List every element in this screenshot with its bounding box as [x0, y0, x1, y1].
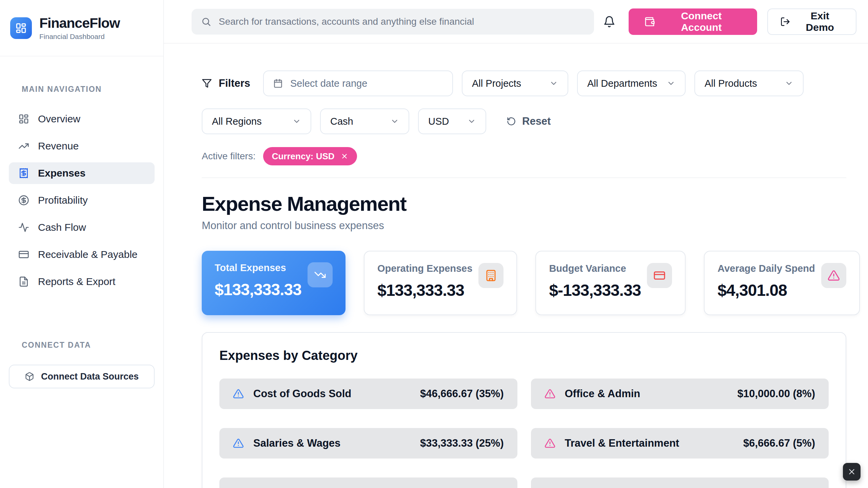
stat-card-budget-variance: Budget Variance $-133,333.33 — [535, 251, 686, 315]
category-row-salaries-wages: Salaries & Wages $33,333.33 (25%) — [219, 428, 517, 459]
page-title: Expense Management — [202, 192, 846, 216]
active-filters-label: Active filters: — [202, 151, 256, 162]
category-grid: Cost of Goods Sold $46,666.67 (35%) Offi… — [219, 379, 829, 488]
payment-method-dropdown[interactable]: Cash — [320, 108, 409, 134]
filters-row-1: Filters All Projects All Departments All… — [202, 70, 846, 96]
layout-dashboard-icon — [18, 114, 29, 124]
sidebar-item-reports-export[interactable]: Reports & Export — [9, 271, 155, 292]
filters-row-2: All Regions Cash USD Reset — [202, 108, 846, 134]
bell-icon — [603, 16, 615, 28]
page-subtitle: Monitor and control business expenses — [202, 220, 846, 232]
connect-data-sources-button[interactable]: Connect Data Sources — [9, 365, 155, 388]
sidebar: FinanceFlow Financial Dashboard MAIN NAV… — [0, 0, 164, 488]
sidebar-item-cash-flow[interactable]: Cash Flow — [9, 217, 155, 238]
chevron-down-icon — [549, 79, 558, 88]
connect-account-button[interactable]: Connect Account — [629, 8, 757, 35]
chevron-down-icon — [667, 79, 675, 88]
credit-card-icon — [18, 249, 29, 260]
rotate-ccw-icon — [507, 117, 516, 126]
stat-card-operating-expenses: Operating Expenses $133,333.33 — [364, 251, 517, 315]
credit-card-icon — [647, 263, 672, 288]
wallet-icon — [644, 16, 655, 27]
app-tagline: Financial Dashboard — [39, 33, 120, 41]
chevron-down-icon — [467, 117, 476, 126]
stats-row: Total Expenses $133,333.33 Operating Exp… — [202, 251, 846, 315]
alert-triangle-icon — [821, 263, 846, 288]
app-title: FinanceFlow — [39, 15, 120, 31]
trending-up-icon — [18, 141, 29, 151]
category-row-marketing: Marketing $20,000.00 (15%) — [219, 477, 517, 488]
category-row-cost-of-goods-sold: Cost of Goods Sold $46,666.67 (35%) — [219, 379, 517, 409]
activity-icon — [18, 222, 29, 233]
alert-triangle-icon — [233, 438, 244, 449]
app-logo-icon — [10, 17, 32, 39]
regions-dropdown[interactable]: All Regions — [202, 108, 311, 134]
products-dropdown[interactable]: All Products — [694, 70, 804, 96]
funnel-icon — [202, 78, 212, 88]
sidebar-item-revenue[interactable]: Revenue — [9, 135, 155, 157]
trending-down-icon — [308, 262, 333, 287]
receipt-icon — [18, 168, 29, 179]
close-overlay-button[interactable] — [843, 463, 861, 481]
date-range-picker[interactable] — [263, 70, 453, 96]
sidebar-item-receivable-payable[interactable]: Receivable & Payable — [9, 244, 155, 265]
top-bar: Connect Account Exit Demo — [164, 0, 868, 43]
chevron-down-icon — [390, 117, 399, 126]
main-navigation: MAIN NAVIGATION Overview Revenue Expense… — [0, 85, 163, 388]
alert-triangle-icon — [545, 388, 555, 399]
main-content: Filters All Projects All Departments All… — [164, 43, 868, 488]
date-range-input[interactable] — [290, 78, 443, 89]
logout-icon — [780, 17, 790, 27]
notifications-button[interactable] — [602, 14, 616, 29]
brand: FinanceFlow Financial Dashboard — [0, 0, 163, 56]
exit-demo-button[interactable]: Exit Demo — [767, 8, 856, 35]
filters-title: Filters — [202, 77, 250, 89]
category-row-office-admin: Office & Admin $10,000.00 (8%) — [531, 379, 829, 409]
file-text-icon — [18, 276, 29, 287]
remove-filter-x-icon[interactable] — [341, 152, 348, 160]
stat-card-average-daily-spend: Average Daily Spend $4,301.08 — [704, 251, 860, 315]
chevron-down-icon — [292, 117, 301, 126]
chevron-down-icon — [785, 79, 793, 88]
active-filter-chip[interactable]: Currency: USD — [263, 147, 357, 165]
panel-title: Expenses by Category — [219, 348, 829, 363]
departments-dropdown[interactable]: All Departments — [577, 70, 686, 96]
sidebar-item-overview[interactable]: Overview — [9, 108, 155, 130]
nav-section-label: MAIN NAVIGATION — [22, 85, 155, 94]
connect-data-section-label: CONNECT DATA — [22, 341, 155, 350]
alert-triangle-icon — [233, 388, 244, 399]
close-x-icon — [847, 467, 856, 476]
app-root: FinanceFlow Financial Dashboard MAIN NAV… — [0, 0, 868, 488]
category-row-travel-entertainment: Travel & Entertainment $6,666.67 (5%) — [531, 428, 829, 459]
building-icon — [478, 263, 504, 288]
active-filters-row: Active filters: Currency: USD — [202, 147, 846, 178]
projects-dropdown[interactable]: All Projects — [462, 70, 568, 96]
reset-filters-button[interactable]: Reset — [507, 115, 551, 127]
sidebar-item-profitability[interactable]: Profitability — [9, 189, 155, 211]
category-row-professional-services: Professional Services $3,333.33 (3%) — [531, 477, 829, 488]
alert-triangle-icon — [545, 438, 555, 449]
cube-icon — [25, 372, 34, 381]
search-bar[interactable] — [192, 9, 594, 35]
currency-dropdown[interactable]: USD — [418, 108, 486, 134]
expenses-by-category-panel: Expenses by Category Cost of Goods Sold … — [202, 332, 846, 488]
circle-dollar-icon — [18, 195, 29, 206]
calendar-icon — [273, 79, 283, 88]
search-icon — [201, 17, 211, 27]
search-input[interactable] — [219, 16, 585, 27]
sidebar-item-expenses[interactable]: Expenses — [9, 162, 155, 184]
stat-card-total-expenses: Total Expenses $133,333.33 — [202, 251, 346, 315]
